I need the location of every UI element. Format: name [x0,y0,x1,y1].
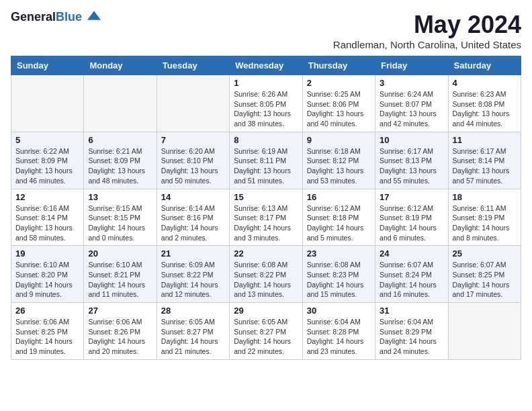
weekday-header: Saturday [448,56,521,75]
day-info: Sunrise: 6:04 AM Sunset: 8:28 PM Dayligh… [307,317,371,357]
day-info: Sunrise: 6:05 AM Sunset: 8:27 PM Dayligh… [234,317,298,357]
day-info: Sunrise: 6:13 AM Sunset: 8:17 PM Dayligh… [234,203,298,243]
day-info: Sunrise: 6:20 AM Sunset: 8:10 PM Dayligh… [161,146,225,186]
day-number: 11 [453,135,517,145]
day-info: Sunrise: 6:08 AM Sunset: 8:22 PM Dayligh… [234,260,298,300]
calendar-cell: 14Sunrise: 6:14 AM Sunset: 8:16 PM Dayli… [157,189,229,246]
calendar-cell: 25Sunrise: 6:07 AM Sunset: 8:25 PM Dayli… [448,246,521,303]
calendar-week-row: 12Sunrise: 6:16 AM Sunset: 8:14 PM Dayli… [11,189,521,246]
weekday-header: Thursday [302,56,375,75]
day-number: 14 [161,192,225,202]
calendar-cell: 1Sunrise: 6:26 AM Sunset: 8:05 PM Daylig… [230,75,302,132]
day-info: Sunrise: 6:11 AM Sunset: 8:19 PM Dayligh… [453,203,517,243]
day-number: 20 [88,248,152,259]
svg-marker-0 [87,11,101,19]
calendar-cell: 30Sunrise: 6:04 AM Sunset: 8:28 PM Dayli… [302,303,375,360]
day-number: 3 [380,78,443,88]
calendar-cell: 2Sunrise: 6:25 AM Sunset: 8:06 PM Daylig… [302,75,375,132]
calendar-cell [11,75,84,132]
day-number: 27 [88,306,152,316]
calendar-cell: 22Sunrise: 6:08 AM Sunset: 8:22 PM Dayli… [230,246,302,303]
logo-icon [87,9,101,22]
weekday-header: Tuesday [157,56,229,75]
day-number: 1 [234,78,298,88]
day-number: 26 [15,306,79,316]
day-number: 5 [15,135,79,145]
day-number: 25 [453,248,517,259]
calendar-cell: 27Sunrise: 6:06 AM Sunset: 8:26 PM Dayli… [84,303,157,360]
day-info: Sunrise: 6:08 AM Sunset: 8:23 PM Dayligh… [307,260,371,300]
calendar-cell: 10Sunrise: 6:17 AM Sunset: 8:13 PM Dayli… [375,132,448,189]
calendar-table: SundayMondayTuesdayWednesdayThursdayFrid… [11,56,521,360]
day-info: Sunrise: 6:12 AM Sunset: 8:19 PM Dayligh… [380,203,443,243]
weekday-header: Friday [375,56,448,75]
day-number: 18 [453,192,517,202]
day-info: Sunrise: 6:19 AM Sunset: 8:11 PM Dayligh… [234,146,298,186]
day-number: 6 [88,135,152,145]
day-info: Sunrise: 6:18 AM Sunset: 8:12 PM Dayligh… [307,146,371,186]
day-info: Sunrise: 6:17 AM Sunset: 8:14 PM Dayligh… [453,146,517,186]
logo: GeneralBlue [11,11,101,24]
day-number: 12 [15,192,79,202]
day-number: 2 [307,78,371,88]
calendar-week-row: 5Sunrise: 6:22 AM Sunset: 8:09 PM Daylig… [11,132,521,189]
day-info: Sunrise: 6:23 AM Sunset: 8:08 PM Dayligh… [453,89,517,129]
day-info: Sunrise: 6:05 AM Sunset: 8:27 PM Dayligh… [161,317,225,357]
day-number: 19 [15,248,79,259]
weekday-header: Sunday [11,56,84,75]
day-number: 31 [380,306,443,316]
day-info: Sunrise: 6:22 AM Sunset: 8:09 PM Dayligh… [15,146,79,186]
calendar-week-row: 26Sunrise: 6:06 AM Sunset: 8:25 PM Dayli… [11,303,521,360]
calendar-cell: 24Sunrise: 6:07 AM Sunset: 8:24 PM Dayli… [375,246,448,303]
calendar-cell: 28Sunrise: 6:05 AM Sunset: 8:27 PM Dayli… [157,303,229,360]
day-info: Sunrise: 6:12 AM Sunset: 8:18 PM Dayligh… [307,203,371,243]
calendar-cell: 6Sunrise: 6:21 AM Sunset: 8:09 PM Daylig… [84,132,157,189]
weekday-header-row: SundayMondayTuesdayWednesdayThursdayFrid… [11,56,521,75]
calendar-cell: 18Sunrise: 6:11 AM Sunset: 8:19 PM Dayli… [448,189,521,246]
calendar-cell: 16Sunrise: 6:12 AM Sunset: 8:18 PM Dayli… [302,189,375,246]
day-number: 21 [161,248,225,259]
day-info: Sunrise: 6:07 AM Sunset: 8:25 PM Dayligh… [453,260,517,300]
calendar-cell: 31Sunrise: 6:04 AM Sunset: 8:29 PM Dayli… [375,303,448,360]
day-info: Sunrise: 6:07 AM Sunset: 8:24 PM Dayligh… [380,260,443,300]
day-info: Sunrise: 6:26 AM Sunset: 8:05 PM Dayligh… [234,89,298,129]
day-number: 13 [88,192,152,202]
day-number: 15 [234,192,298,202]
calendar-cell: 9Sunrise: 6:18 AM Sunset: 8:12 PM Daylig… [302,132,375,189]
day-info: Sunrise: 6:09 AM Sunset: 8:22 PM Dayligh… [161,260,225,300]
day-number: 10 [380,135,443,145]
day-number: 8 [234,135,298,145]
day-number: 30 [307,306,371,316]
calendar-cell: 3Sunrise: 6:24 AM Sunset: 8:07 PM Daylig… [375,75,448,132]
day-info: Sunrise: 6:16 AM Sunset: 8:14 PM Dayligh… [15,203,79,243]
calendar-cell: 15Sunrise: 6:13 AM Sunset: 8:17 PM Dayli… [230,189,302,246]
day-number: 7 [161,135,225,145]
calendar-cell: 8Sunrise: 6:19 AM Sunset: 8:11 PM Daylig… [230,132,302,189]
day-info: Sunrise: 6:21 AM Sunset: 8:09 PM Dayligh… [88,146,152,186]
day-number: 9 [307,135,371,145]
calendar-week-row: 19Sunrise: 6:10 AM Sunset: 8:20 PM Dayli… [11,246,521,303]
calendar-cell [84,75,157,132]
calendar-cell [157,75,229,132]
location: Randleman, North Carolina, United States [333,39,521,50]
day-info: Sunrise: 6:10 AM Sunset: 8:20 PM Dayligh… [15,260,79,300]
day-info: Sunrise: 6:25 AM Sunset: 8:06 PM Dayligh… [307,89,371,129]
day-number: 29 [234,306,298,316]
day-info: Sunrise: 6:14 AM Sunset: 8:16 PM Dayligh… [161,203,225,243]
day-number: 28 [161,306,225,316]
calendar-cell: 19Sunrise: 6:10 AM Sunset: 8:20 PM Dayli… [11,246,84,303]
weekday-header: Monday [84,56,157,75]
calendar-cell: 4Sunrise: 6:23 AM Sunset: 8:08 PM Daylig… [448,75,521,132]
day-info: Sunrise: 6:06 AM Sunset: 8:26 PM Dayligh… [88,317,152,357]
day-info: Sunrise: 6:06 AM Sunset: 8:25 PM Dayligh… [15,317,79,357]
calendar-cell: 21Sunrise: 6:09 AM Sunset: 8:22 PM Dayli… [157,246,229,303]
calendar-cell: 23Sunrise: 6:08 AM Sunset: 8:23 PM Dayli… [302,246,375,303]
calendar-cell: 29Sunrise: 6:05 AM Sunset: 8:27 PM Dayli… [230,303,302,360]
day-number: 24 [380,248,443,259]
calendar-cell: 13Sunrise: 6:15 AM Sunset: 8:15 PM Dayli… [84,189,157,246]
calendar-cell: 20Sunrise: 6:10 AM Sunset: 8:21 PM Dayli… [84,246,157,303]
day-number: 17 [380,192,443,202]
page-header: GeneralBlue May 2024 Randleman, North Ca… [11,11,521,50]
day-info: Sunrise: 6:10 AM Sunset: 8:21 PM Dayligh… [88,260,152,300]
month-title: May 2024 [333,11,521,39]
